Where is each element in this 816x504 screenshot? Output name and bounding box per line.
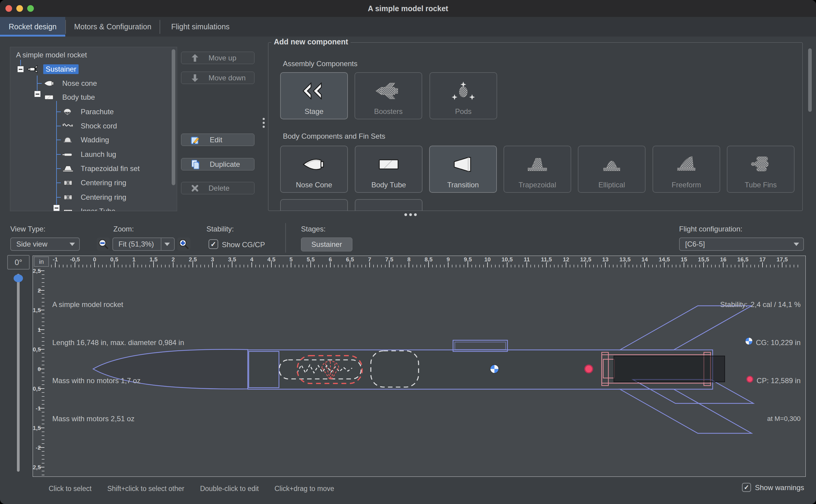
- zoom-in-button[interactable]: [177, 237, 190, 251]
- rotation-slider-knob[interactable]: [14, 274, 23, 282]
- component-tile-tube-fins[interactable]: Tube Fins: [727, 146, 795, 193]
- body-tube-icon: [42, 93, 56, 102]
- zoom-dropdown[interactable]: Fit (51,3%): [112, 237, 175, 251]
- tree-row-parachute[interactable]: Parachute: [61, 106, 116, 118]
- rotation-angle-box: 0°: [7, 255, 30, 270]
- component-tile-pods[interactable]: Pods: [429, 72, 497, 119]
- svg-text:4: 4: [250, 256, 254, 263]
- tree-label: Nose cone: [60, 79, 99, 88]
- component-tile-transition[interactable]: Transition: [429, 146, 497, 193]
- tree-row-nose-cone[interactable]: Nose cone: [42, 78, 99, 89]
- horizontal-splitter-handle[interactable]: [404, 213, 417, 216]
- component-tile-partial[interactable]: [280, 199, 348, 211]
- component-tile-partial[interactable]: [355, 199, 423, 211]
- expander-minus-icon[interactable]: [17, 66, 24, 73]
- cp-legend-icon: [746, 374, 754, 387]
- check-icon: ✓: [744, 484, 749, 491]
- rotation-slider-track[interactable]: [17, 274, 20, 472]
- delete-button[interactable]: Delete: [181, 182, 254, 194]
- component-tile-body-tube[interactable]: Body Tube: [355, 146, 423, 193]
- maximize-window-icon[interactable]: [27, 5, 34, 12]
- tree-row-centering-ring[interactable]: Centering ring: [61, 177, 129, 189]
- svg-text:9: 9: [447, 256, 450, 263]
- view-type-dropdown[interactable]: Side view: [10, 237, 80, 251]
- tree-label: Shock cord: [78, 121, 119, 131]
- statusbar-hints: Click to select Shift+click to select ot…: [49, 485, 334, 493]
- expander-minus-icon[interactable]: [34, 91, 41, 97]
- component-tile-elliptical[interactable]: Elliptical: [578, 146, 646, 193]
- flight-config-value: [C6-5]: [680, 240, 794, 248]
- cg-value: CG: 10,229 in: [756, 336, 801, 349]
- svg-text:5,5: 5,5: [307, 256, 315, 263]
- svg-text:12: 12: [563, 256, 569, 263]
- move-down-button[interactable]: Move down: [181, 72, 254, 84]
- chevron-down-icon: [794, 243, 799, 246]
- show-cg-cp-checkbox[interactable]: ✓: [209, 239, 218, 249]
- tree-label: Body tube: [60, 92, 97, 102]
- tree-row-trapezoidal-fin-set[interactable]: Trapezoidal fin set: [61, 163, 142, 174]
- stages-label: Stages:: [301, 225, 325, 233]
- tree-row-rocket[interactable]: A simple model rocket: [14, 49, 89, 61]
- component-tile-freeform[interactable]: Freeform: [652, 146, 720, 193]
- svg-text:7,5: 7,5: [385, 256, 393, 263]
- tile-label: Pods: [430, 107, 497, 116]
- vertical-splitter-handle[interactable]: [263, 118, 265, 128]
- minimize-window-icon[interactable]: [16, 5, 23, 12]
- show-warnings-checkbox[interactable]: ✓: [742, 483, 751, 492]
- close-window-icon[interactable]: [5, 5, 12, 12]
- wadding-icon: [61, 135, 75, 144]
- edit-button[interactable]: Edit: [181, 134, 254, 146]
- button-label: Edit: [210, 136, 222, 144]
- cp-marker: [585, 365, 593, 373]
- trapezoidal-tile-icon: [504, 150, 571, 178]
- svg-text:8: 8: [407, 256, 411, 263]
- tree-label: Inner Tube: [78, 206, 118, 211]
- svg-text:6: 6: [329, 256, 332, 263]
- inner-tube-icon: [61, 207, 75, 211]
- svg-text:14,5: 14,5: [659, 256, 670, 263]
- rocket-view-canvas[interactable]: -1-0,500,511,522,533,544,555,566,577,588…: [33, 256, 806, 477]
- button-label: Duplicate: [210, 160, 240, 169]
- svg-text:16,5: 16,5: [737, 256, 749, 263]
- svg-text:8,5: 8,5: [425, 256, 433, 263]
- app-window: A simple model rocket Rocket design Moto…: [0, 0, 816, 504]
- tree-row-centering-ring[interactable]: Centering ring: [61, 192, 129, 203]
- zoom-out-button[interactable]: [97, 237, 110, 251]
- tree-row-body-tube[interactable]: Body tube: [42, 92, 97, 103]
- tree-row-wadding[interactable]: Wadding: [61, 134, 112, 146]
- component-tile-nose-cone[interactable]: Nose Cone: [280, 146, 348, 193]
- tree-row-sustainer[interactable]: Sustainer: [26, 63, 79, 75]
- tab-motors-configuration[interactable]: Motors & Configuration: [66, 17, 160, 37]
- duplicate-button[interactable]: Duplicate: [181, 158, 254, 170]
- tree-row-shock-cord[interactable]: Shock cord: [61, 120, 119, 132]
- svg-text:13,5: 13,5: [620, 256, 631, 263]
- expander-minus-icon[interactable]: [53, 205, 60, 211]
- nose-cone-tile-icon: [281, 150, 347, 178]
- hint-double-click: Double-click to edit: [200, 485, 259, 493]
- window-scrollbar-thumb[interactable]: [808, 48, 812, 112]
- tile-label: Transition: [430, 181, 496, 189]
- info-mass-no-motors: Mass with no motors 1,7 oz: [52, 374, 184, 387]
- tile-label: Stage: [281, 107, 347, 116]
- shock-cord-icon: [61, 121, 75, 131]
- tree-row-inner-tube[interactable]: Inner Tube: [61, 205, 118, 211]
- cg-marker: [490, 365, 499, 373]
- tab-rocket-design[interactable]: Rocket design: [0, 17, 65, 37]
- assembly-components-label: Assembly Components: [283, 60, 358, 68]
- tree-scrollbar-thumb[interactable]: [172, 49, 175, 185]
- tree-row-launch-lug[interactable]: Launch lug: [61, 149, 118, 160]
- dropdown-separator: [161, 238, 161, 250]
- stage-icon: [281, 77, 347, 105]
- component-tile-trapezoidal[interactable]: Trapezoidal: [504, 146, 571, 193]
- tab-flight-simulations[interactable]: Flight simulations: [160, 17, 241, 37]
- edit-pencil-icon: [190, 135, 201, 145]
- component-tile-boosters[interactable]: Boosters: [355, 72, 422, 119]
- hint-shift-click: Shift+click to select other: [107, 485, 184, 493]
- component-tile-stage[interactable]: Stage: [280, 72, 348, 119]
- flight-configuration-dropdown[interactable]: [C6-5]: [679, 237, 804, 251]
- stage-toggle-sustainer[interactable]: Sustainer: [301, 237, 352, 251]
- arrow-down-icon: [190, 73, 199, 82]
- svg-text:15,5: 15,5: [698, 256, 709, 263]
- motor-shape[interactable]: [614, 356, 725, 382]
- move-up-button[interactable]: Move up: [181, 52, 254, 64]
